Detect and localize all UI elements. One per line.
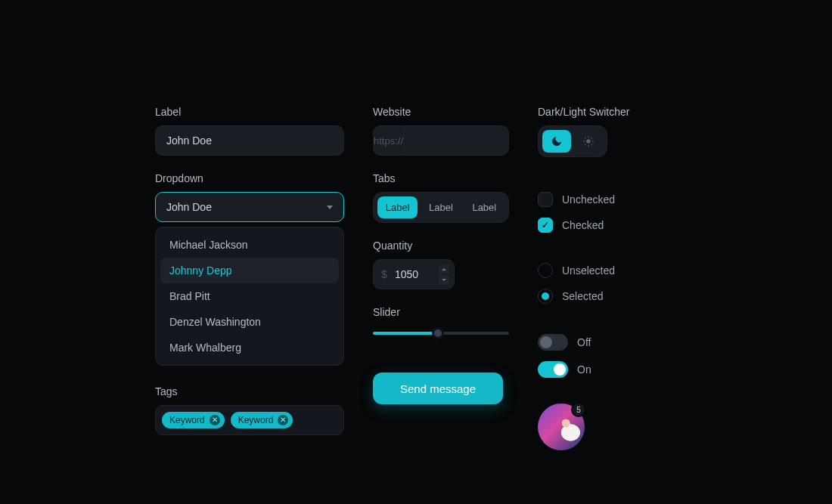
svg-line-8 [591, 138, 592, 138]
dropdown-item[interactable]: Mark Whalberg [160, 335, 339, 360]
switcher-title: Dark/Light Switcher [538, 106, 704, 118]
dropdown-group: Dropdown John Doe Michael Jackson Johnny… [155, 172, 344, 366]
chevron-up-icon [442, 268, 446, 271]
svg-line-7 [585, 144, 585, 145]
radio-selected[interactable] [538, 289, 553, 304]
dropdown-menu: Michael Jackson Johnny Depp Brad Pitt De… [155, 227, 344, 366]
moon-icon [551, 135, 563, 147]
svg-point-0 [586, 139, 590, 143]
svg-line-4 [591, 144, 592, 145]
website-prefix: https:// [374, 126, 404, 155]
radio-row: Unselected [538, 263, 704, 278]
slider-track [373, 332, 509, 335]
tab[interactable]: Label [377, 196, 418, 218]
tab[interactable]: Label [421, 196, 461, 218]
radio-label: Unselected [562, 264, 615, 277]
label-field-title: Label [155, 106, 344, 118]
website-field: https:// [373, 125, 509, 156]
tabs-title: Tabs [373, 172, 509, 184]
sun-icon [582, 135, 595, 147]
slider-title: Slider [373, 306, 509, 318]
toggle-section: Off On [538, 323, 704, 378]
theme-switcher[interactable] [538, 125, 607, 157]
checkbox-section: Unchecked Checked [538, 181, 704, 233]
website-group: Website https:// [373, 106, 509, 156]
tags-group: Tags Keyword ✕ Keyword ✕ [155, 385, 344, 435]
column-inputs: Label Dropdown John Doe Michael Jackson … [155, 106, 344, 504]
dropdown-item[interactable]: Denzel Washington [160, 309, 339, 335]
column-controls: Website https:// Tabs Label Label Label … [373, 106, 509, 504]
website-title: Website [373, 106, 509, 118]
chevron-down-icon [327, 206, 333, 209]
tab[interactable]: Label [464, 196, 504, 218]
dropdown-title: Dropdown [155, 172, 344, 184]
radio-section: Unselected Selected [538, 252, 704, 304]
light-mode-button[interactable] [574, 130, 603, 153]
checkbox-checked[interactable] [538, 218, 553, 233]
tag-chip[interactable]: Keyword ✕ [231, 412, 293, 428]
tabs: Label Label Label [373, 192, 509, 223]
label-input[interactable] [155, 125, 344, 156]
dropdown-select[interactable]: John Doe [155, 192, 344, 222]
dark-mode-button[interactable] [542, 130, 571, 153]
checkbox-row: Unchecked [538, 192, 704, 207]
notification-badge: 5 [571, 402, 586, 417]
theme-switcher-group: Dark/Light Switcher [538, 106, 704, 157]
tag-label: Keyword [169, 415, 205, 425]
toggle-label: On [577, 363, 591, 376]
currency-icon: $ [374, 268, 395, 280]
slider-group: Slider [373, 306, 509, 335]
slider-fill [373, 332, 438, 335]
dropdown-item[interactable]: Brad Pitt [160, 283, 339, 309]
quantity-title: Quantity [373, 240, 509, 252]
toggle-row: Off [538, 334, 704, 351]
toggle-label: Off [577, 336, 591, 348]
tabs-group: Tabs Label Label Label [373, 172, 509, 223]
chevron-down-icon [442, 279, 446, 281]
tags-box[interactable]: Keyword ✕ Keyword ✕ [155, 405, 344, 435]
send-message-button[interactable]: Send message [373, 373, 503, 404]
close-icon[interactable]: ✕ [278, 415, 288, 425]
step-up-button[interactable] [439, 264, 449, 274]
slider-thumb[interactable] [432, 327, 444, 339]
radio-row: Selected [538, 289, 704, 304]
checkbox-label: Checked [562, 219, 604, 231]
checkbox-row: Checked [538, 218, 704, 233]
quantity-stepper[interactable]: $ 1050 [373, 259, 455, 289]
dropdown-item[interactable]: Johnny Depp [160, 258, 339, 283]
label-field-group: Label [155, 106, 344, 156]
slider[interactable] [373, 326, 509, 335]
checkbox-label: Unchecked [562, 193, 615, 206]
quantity-value: 1050 [395, 268, 439, 280]
radio-unselected[interactable] [538, 263, 553, 278]
tags-title: Tags [155, 385, 344, 397]
toggle-off[interactable] [538, 334, 568, 351]
website-input[interactable] [404, 126, 509, 155]
svg-line-3 [585, 138, 585, 138]
toggle-row: On [538, 361, 704, 378]
avatar-with-badge[interactable]: 5 [538, 404, 585, 450]
close-icon[interactable]: ✕ [210, 415, 220, 425]
radio-label: Selected [562, 290, 603, 302]
toggle-on[interactable] [538, 361, 568, 378]
step-down-button[interactable] [439, 275, 449, 284]
dropdown-item[interactable]: Michael Jackson [160, 232, 339, 258]
dropdown-selected-value: John Doe [166, 201, 212, 213]
stepper-buttons [439, 264, 454, 284]
tag-label: Keyword [238, 415, 274, 425]
checkbox-unchecked[interactable] [538, 192, 553, 207]
tag-chip[interactable]: Keyword ✕ [162, 412, 225, 428]
column-toggles: Dark/Light Switcher Unchecked Checked Un… [538, 106, 704, 504]
quantity-group: Quantity $ 1050 [373, 240, 509, 289]
